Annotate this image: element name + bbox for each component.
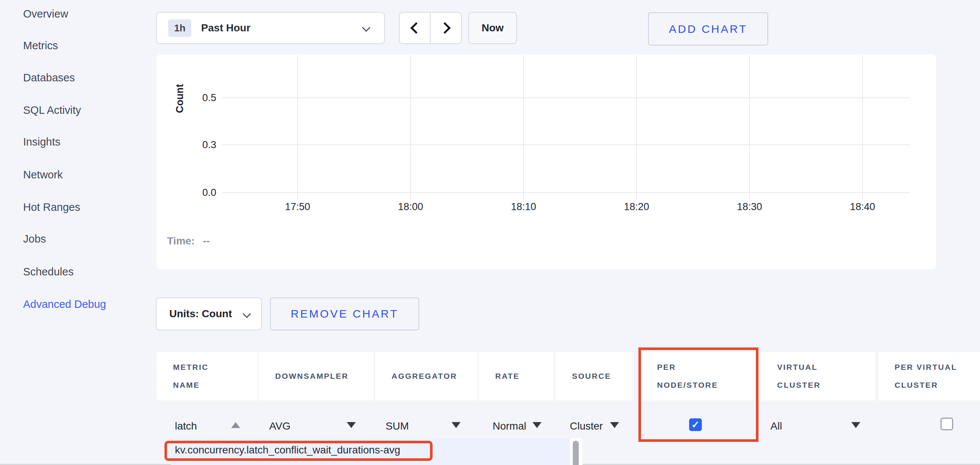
chevron-down-icon [243, 310, 251, 318]
column-header-rate: RATE [479, 352, 554, 400]
y-tick-label: 0.3 [175, 138, 216, 152]
sidebar-item-overview[interactable]: Overview [23, 6, 68, 21]
metric-name-input[interactable]: latch [175, 419, 197, 433]
scrollbar-track[interactable] [570, 438, 582, 465]
gridline-vertical [862, 55, 863, 200]
column-header-metric-name: METRIC NAME [157, 352, 257, 400]
downsampler-select[interactable]: AVG [269, 419, 291, 433]
per-node-store-checkbox[interactable]: ✓ [689, 419, 702, 431]
gridline-vertical [523, 55, 524, 200]
next-range-button[interactable] [431, 13, 461, 43]
sidebar-item-network[interactable]: Network [23, 167, 63, 182]
gridline-vertical [636, 55, 637, 200]
x-tick-label: 18:00 [383, 200, 439, 214]
time-range-select[interactable]: 1h Past Hour [156, 12, 385, 44]
sidebar-item-advanced-debug[interactable]: Advanced Debug [23, 297, 106, 312]
hover-time-value: -- [203, 235, 210, 247]
gridline-horizontal [222, 192, 910, 193]
gridline-vertical [297, 55, 298, 200]
chevron-left-icon [410, 22, 422, 34]
column-header-aggregator: AGGREGATOR [375, 352, 477, 400]
sidebar-item-metrics[interactable]: Metrics [23, 38, 58, 53]
x-tick-label: 18:40 [835, 200, 891, 214]
gridline-horizontal [222, 144, 910, 145]
sidebar-item-hot-ranges[interactable]: Hot Ranges [23, 200, 80, 214]
add-chart-button[interactable]: ADD CHART [648, 12, 768, 46]
x-tick-label: 18:20 [609, 200, 665, 214]
sidebar-item-databases[interactable]: Databases [23, 70, 75, 85]
aggregator-select[interactable]: SUM [386, 419, 409, 433]
hover-time-readout: Time: -- [167, 235, 210, 247]
per-virtual-cluster-checkbox[interactable] [940, 418, 953, 430]
sidebar-item-insights[interactable]: Insights [23, 134, 60, 149]
scrollbar-thumb[interactable] [573, 441, 579, 465]
chart-plot-area[interactable] [222, 54, 910, 200]
y-tick-label: 0.0 [175, 186, 216, 199]
checkmark-icon: ✓ [691, 419, 700, 431]
prev-range-button[interactable] [400, 13, 431, 43]
column-header-virtual-cluster: VIRTUAL CLUSTER [761, 352, 875, 400]
gridline-vertical [749, 55, 750, 200]
column-header-downsampler: DOWNSAMPLER [259, 352, 374, 400]
metric-suggestion-item[interactable]: kv.concurrency.latch_conflict_wait_durat… [175, 444, 400, 456]
units-select[interactable]: Units: Count [156, 297, 262, 330]
x-tick-label: 18:30 [722, 200, 778, 214]
virtual-cluster-select[interactable]: All [770, 419, 782, 433]
caret-down-icon [610, 422, 619, 428]
y-tick-label: 0.5 [175, 91, 216, 104]
x-tick-label: 17:50 [270, 200, 326, 214]
sidebar-item-schedules[interactable]: Schedules [23, 264, 73, 279]
rate-select[interactable]: Normal [493, 419, 526, 433]
column-header-source: SOURCE [556, 352, 632, 400]
x-tick-label: 18:10 [496, 200, 552, 214]
caret-up-icon [231, 422, 240, 428]
time-pager [399, 12, 462, 44]
custom-chart-page: Overview Metrics Databases SQL Activity … [0, 0, 980, 465]
chevron-down-icon [362, 24, 371, 32]
chart-card: Count 0.5 0.3 0.0 17:50 18:00 18:10 18:2… [157, 54, 936, 270]
source-select[interactable]: Cluster [570, 419, 603, 433]
chevron-right-icon [439, 22, 450, 34]
column-header-per-node-store: PER NODE/STORE [641, 352, 757, 400]
units-select-label: Units: Count [169, 308, 232, 320]
hover-time-label: Time: [167, 235, 195, 247]
caret-down-icon [533, 422, 541, 428]
time-range-label: Past Hour [201, 22, 250, 34]
remove-chart-button[interactable]: REMOVE CHART [270, 297, 419, 330]
caret-down-icon [851, 422, 860, 428]
caret-down-icon [347, 422, 356, 428]
time-range-badge: 1h [168, 19, 191, 37]
gridline-vertical [410, 55, 411, 200]
sidebar-item-jobs[interactable]: Jobs [23, 232, 46, 246]
now-button[interactable]: Now [468, 12, 517, 44]
sidebar-item-sql-activity[interactable]: SQL Activity [23, 102, 81, 118]
column-header-per-virtual-cluster: PER VIRTUAL CLUSTER [878, 352, 980, 400]
gridline-horizontal [222, 97, 910, 98]
caret-down-icon [452, 422, 461, 428]
